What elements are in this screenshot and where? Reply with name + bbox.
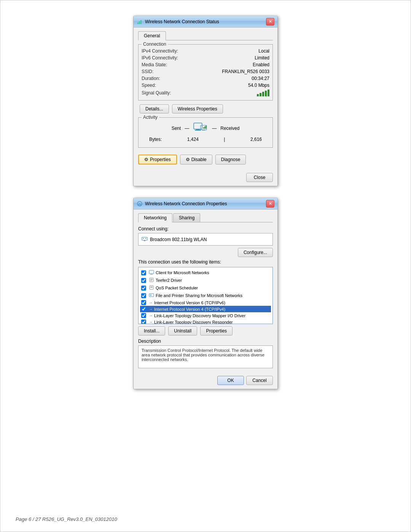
list-item-2-label: QoS Packet Scheduler xyxy=(156,286,198,290)
list-item-2[interactable]: QoS Packet Scheduler xyxy=(140,284,271,292)
properties-button-label: Properties xyxy=(150,157,171,162)
received-label: Received xyxy=(220,126,239,131)
list-item-4-checkbox[interactable] xyxy=(141,300,146,305)
list-item-2-checkbox[interactable] xyxy=(141,286,146,291)
list-item-1-checkbox[interactable] xyxy=(141,278,146,283)
properties-button[interactable]: ⚙ Properties xyxy=(138,155,177,165)
install-button[interactable]: Install... xyxy=(138,326,165,335)
svg-rect-12 xyxy=(138,204,141,205)
status-dialog-close-btn[interactable]: ✕ xyxy=(266,18,274,26)
description-text: Transmission Control Protocol/Internet P… xyxy=(142,348,264,362)
list-item-5-icon: → xyxy=(149,307,153,311)
svg-rect-0 xyxy=(137,22,139,24)
connection-section-content: IPv4 Connectivity: Local IPv6 Connectivi… xyxy=(142,48,269,97)
svg-rect-27 xyxy=(150,294,151,296)
items-label: This connection uses the following items… xyxy=(138,259,273,265)
page-footer: Page 6 / 27 R526_UG_Rev3.0_EN_03012010 xyxy=(16,516,117,522)
list-item-1[interactable]: Teefer2 Driver xyxy=(140,276,271,284)
activity-section-label: Activity xyxy=(142,115,159,120)
ipv6-row: IPv6 Connectivity: Limited xyxy=(142,54,269,61)
list-item-7[interactable]: → Link-Layer Topology Discovery Responde… xyxy=(140,319,271,324)
list-item-6-checkbox[interactable] xyxy=(141,313,146,318)
adapter-icon xyxy=(142,236,148,243)
properties-dialog-titlebar: Wireless Network Connection Properties ✕ xyxy=(134,198,277,209)
items-listbox[interactable]: Client for Microsoft Networks Teefer2 Dr… xyxy=(138,267,273,324)
signal-bar-5 xyxy=(268,89,269,96)
status-dialog-title: Wireless Network Connection Status xyxy=(145,19,266,24)
activity-section: Activity Sent — xyxy=(138,117,273,148)
diagnose-button[interactable]: Diagnose xyxy=(215,155,246,165)
ok-button[interactable]: OK xyxy=(217,376,244,385)
ssid-value: FRANKLIN_R526 0033 xyxy=(222,69,269,74)
dash-left: — xyxy=(185,126,189,131)
bytes-sent: 1,424 xyxy=(187,137,199,142)
speed-row: Speed: 54.0 Mbps xyxy=(142,82,269,89)
list-item-3-label: File and Printer Sharing for Microsoft N… xyxy=(156,293,242,298)
adapter-name: Broadcom 802.11b/g WLAN xyxy=(150,237,207,242)
duration-label: Duration: xyxy=(142,76,160,81)
duration-value: 00:34:27 xyxy=(252,76,269,81)
signal-bars xyxy=(257,89,269,96)
connection-section-label: Connection xyxy=(142,42,168,47)
svg-rect-18 xyxy=(150,274,153,275)
properties-dialog-content: Networking Sharing Connect using: Broadc… xyxy=(134,209,277,373)
svg-rect-17 xyxy=(149,270,154,274)
uninstall-button[interactable]: Uninstall xyxy=(168,326,197,335)
close-button[interactable]: Close xyxy=(246,173,273,182)
page-container: Wireless Network Connection Status ✕ Gen… xyxy=(0,0,411,532)
svg-rect-16 xyxy=(144,240,145,241)
tab-sharing[interactable]: Sharing xyxy=(173,213,200,222)
activity-icons-row: Sent — xyxy=(172,122,240,134)
wireless-properties-button[interactable]: Wireless Properties xyxy=(172,104,223,113)
properties-dialog-footer: OK Cancel xyxy=(134,373,277,389)
svg-point-11 xyxy=(137,201,142,206)
status-dialog-titlebar: Wireless Network Connection Status ✕ xyxy=(134,16,277,27)
list-item-7-checkbox[interactable] xyxy=(141,320,146,324)
list-item-6[interactable]: → Link-Layer Topology Discovery Mapper I… xyxy=(140,312,271,319)
svg-rect-13 xyxy=(142,237,147,240)
list-item-1-label: Teefer2 Driver xyxy=(156,278,182,283)
list-item-3-icon xyxy=(149,292,154,299)
description-box: Transmission Control Protocol/Internet P… xyxy=(138,345,273,368)
properties-dialog-close-btn[interactable]: ✕ xyxy=(266,200,274,208)
signal-bar-3 xyxy=(262,92,264,96)
list-item-5-checkbox[interactable] xyxy=(141,307,146,312)
signal-quality-label: Signal Quality: xyxy=(142,90,171,96)
list-item-5-label: Internet Protocol Version 4 (TCP/IPv4) xyxy=(154,307,225,312)
cancel-button[interactable]: Cancel xyxy=(246,376,273,385)
properties-dialog-tabs: Networking Sharing xyxy=(138,213,273,222)
tab-general[interactable]: General xyxy=(138,31,166,40)
ipv4-label: IPv4 Connectivity: xyxy=(142,48,178,54)
activity-content: Sent — xyxy=(142,119,269,144)
bytes-row: Bytes: 1,424 | 2,616 xyxy=(142,136,269,143)
list-item-5[interactable]: → Internet Protocol Version 4 (TCP/IPv4) xyxy=(140,306,271,312)
list-item-0[interactable]: Client for Microsoft Networks xyxy=(140,269,271,276)
tab-networking[interactable]: Networking xyxy=(138,213,172,222)
network-props-icon xyxy=(137,201,143,207)
configure-row: Configure... xyxy=(138,248,273,257)
list-item-6-label: Link-Layer Topology Discovery Mapper I/O… xyxy=(154,313,245,318)
disable-button[interactable]: ⚙ Disable xyxy=(180,155,212,165)
duration-row: Duration: 00:34:27 xyxy=(142,75,269,82)
network-activity-icon xyxy=(193,122,208,134)
list-item-0-checkbox[interactable] xyxy=(141,270,146,275)
svg-rect-1 xyxy=(139,21,140,24)
list-item-3-checkbox[interactable] xyxy=(141,293,146,298)
properties-button2[interactable]: Properties xyxy=(200,326,233,335)
media-state-label: Media State: xyxy=(142,62,167,67)
configure-button[interactable]: Configure... xyxy=(238,248,273,257)
disable-button-label: Disable xyxy=(191,157,207,162)
svg-rect-14 xyxy=(143,238,144,239)
list-item-0-label: Client for Microsoft Networks xyxy=(156,270,209,275)
list-item-3[interactable]: File and Printer Sharing for Microsoft N… xyxy=(140,292,271,299)
speed-label: Speed: xyxy=(142,83,156,88)
list-item-7-icon: → xyxy=(149,320,153,324)
signal-quality-row: Signal Quality: xyxy=(142,89,269,97)
list-item-4-icon: → xyxy=(149,300,153,305)
list-item-6-icon: → xyxy=(149,313,153,318)
svg-rect-7 xyxy=(202,130,205,131)
list-item-4[interactable]: → Internet Protocol Version 6 (TCP/IPv6) xyxy=(140,299,271,306)
details-button[interactable]: Details... xyxy=(140,104,169,113)
properties-dialog-title: Wireless Network Connection Properties xyxy=(145,201,266,206)
manage-buttons-row: Install... Uninstall Properties xyxy=(138,326,273,335)
